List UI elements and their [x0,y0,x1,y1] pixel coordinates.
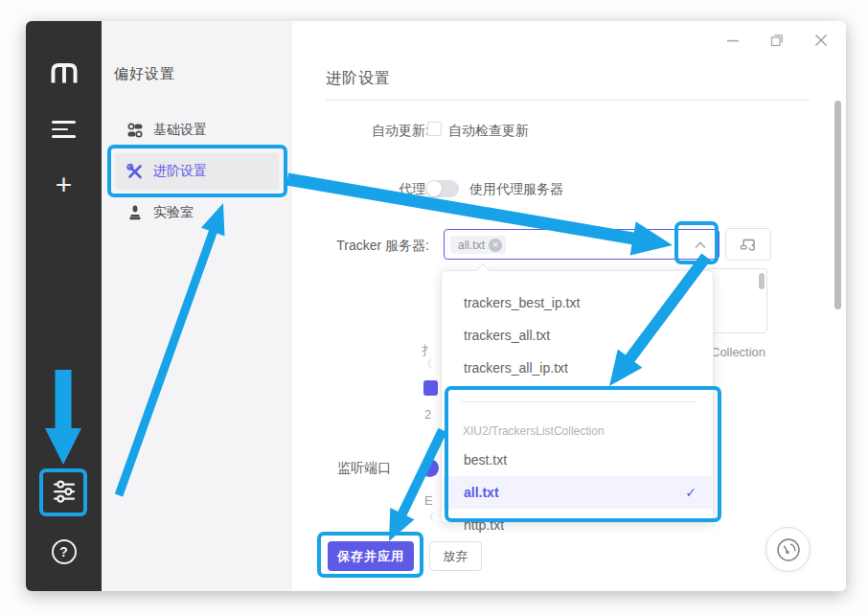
maximize-button[interactable] [769,33,785,48]
nav-item-basic-settings[interactable]: 基础设置 [115,112,279,148]
checked-checkbox-partial[interactable] [423,380,438,396]
chevron-up-icon[interactable] [690,235,711,260]
advanced-settings-page: 进阶设置 自动更新: 自动检查更新 代理: 使用代理服务器 Tracker 服务… [292,21,846,591]
tag-remove-icon[interactable]: × [489,239,502,252]
tracker-server-select[interactable]: all.txt × [444,229,720,260]
text-fragment: 2 [424,407,431,422]
textarea-scrollbar-thumb[interactable] [759,273,765,289]
sync-device-icon [740,237,757,252]
add-task-icon[interactable]: + [56,171,73,199]
toggle-partial[interactable] [421,459,439,477]
nav-item-label: 进阶设置 [153,163,207,180]
motrix-logo-icon [50,61,79,88]
preferences-title: 偏好设置 [114,65,175,83]
dropdown-option-label: all.txt [464,485,499,500]
dialog-scrollbar[interactable] [834,101,841,309]
nav-item-label: 实验室 [153,204,194,221]
tracker-tag: all.txt × [450,236,506,254]
dropdown-divider [461,401,696,402]
auto-update-label: 自动更新: [292,123,429,140]
hint-text-partial: Collection [711,345,765,359]
toggle-knob [426,181,442,196]
page-title: 进阶设置 [326,69,391,89]
window-controls [725,29,829,52]
preferences-nav-panel: 偏好设置 基础设置 [102,21,292,591]
minimize-button[interactable] [725,33,741,48]
hint-fragment: 〈 [422,356,432,371]
tools-icon [126,163,144,180]
auto-update-checkbox-label[interactable]: 自动检查更新 [448,123,529,140]
preferences-sliders-icon[interactable] [50,477,79,510]
title-divider [326,100,810,101]
nav-item-lab[interactable]: 实验室 [115,194,279,231]
dropdown-group-label: XIU2/TrackersListCollection [463,418,605,445]
close-button[interactable] [813,33,829,48]
dropdown-option[interactable]: trackers_best_ip.txt [443,286,712,319]
auto-update-checkbox[interactable] [427,122,442,136]
switches-icon [126,122,144,139]
tracker-tag-label: all.txt [458,239,485,252]
dropdown-option[interactable]: trackers_all.txt [443,319,712,352]
text-fragment: 〈 [424,511,434,524]
discard-button[interactable]: 放弃 [429,541,482,571]
task-list-icon[interactable] [52,121,77,140]
save-apply-button[interactable]: 保存并应用 [328,541,414,571]
sync-trackers-button[interactable] [725,228,771,261]
help-icon[interactable]: ? [52,539,77,564]
proxy-toggle[interactable] [425,180,459,197]
dropdown-option[interactable]: http.txt [443,509,712,541]
dropdown-option-selected[interactable]: all.txt ✓ [443,476,712,509]
app-sidebar: + ? [26,21,102,591]
popper-arrow [476,263,490,277]
nav-item-advanced-settings[interactable]: 进阶设置 [115,153,279,190]
text-fragment: E [424,493,433,508]
proxy-switch-label: 使用代理服务器 [469,181,563,198]
speed-limit-fab[interactable] [765,527,811,572]
speedometer-icon [775,536,802,563]
preferences-nav-list: 基础设置 进阶设置 [115,112,279,236]
listen-port-label: 监听端口 [337,460,391,477]
tracker-dropdown: trackers_best_ip.txt trackers_all.txt tr… [441,270,714,523]
dropdown-option[interactable]: best.txt [443,444,712,476]
nav-item-label: 基础设置 [153,122,207,139]
app-window: + ? 偏好设置 基础设置 [26,21,846,591]
dropdown-option[interactable]: trackers_all_ip.txt [443,352,712,384]
stamp-icon [126,204,144,221]
check-icon: ✓ [685,476,697,509]
tracker-server-label: Tracker 服务器: [292,238,429,255]
proxy-label: 代理: [292,181,429,198]
